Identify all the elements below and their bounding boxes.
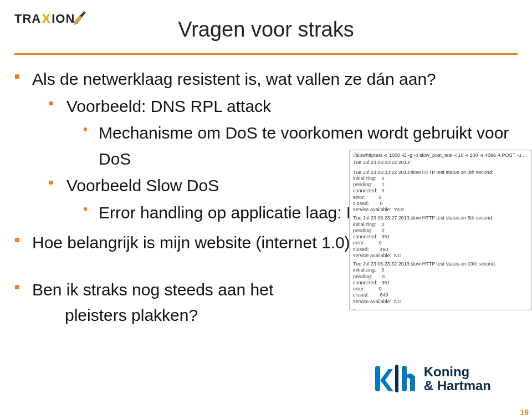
console-dash: - <box>353 306 528 310</box>
kh-logo: Koning & Hartman <box>374 364 491 394</box>
title-underline <box>14 53 518 55</box>
console-cmd: ./slowhttptest -c 1000 -B -g -o slow_pos… <box>353 152 528 159</box>
kh-text: Koning & Hartman <box>424 365 491 392</box>
row-svc-10: service available: NO <box>353 299 528 305</box>
console-ts-start: Tue Jul 23 06:23:22 2013: <box>353 160 528 166</box>
slide: TRA X ION Vragen voor straks Als de netw… <box>0 0 532 419</box>
kh-mark-icon <box>374 364 416 394</box>
row-conn-0: connected: 0 <box>353 188 528 194</box>
slide-title: Vragen voor straks <box>0 18 532 42</box>
row-conn-5: connected: 351 <box>353 234 528 240</box>
row-err-0: error: 0 <box>353 195 528 201</box>
row-svc-5: service available: NO <box>353 253 528 259</box>
row-conn-10: connected: 351 <box>353 280 528 286</box>
row-init-0: initializing: 0 <box>353 176 528 182</box>
bullet-1b1-text: Error handling op applicatie laag: HTTP <box>99 203 390 222</box>
kh-line1: Koning <box>424 365 491 379</box>
row-init-10: initializing: 0 <box>353 267 528 273</box>
svg-rect-3 <box>402 366 407 391</box>
console-output: ./slowhttptest -c 1000 -B -g -o slow_pos… <box>349 150 532 310</box>
page-number: 19 <box>520 408 529 417</box>
kh-line2: & Hartman <box>424 379 491 392</box>
console-hdr-5: Tue Jul 23 06:23:27 2013:slow HTTP test … <box>353 215 528 221</box>
row-closed-5: closed: 490 <box>353 247 528 253</box>
row-closed-0: closed: 0 <box>353 201 528 207</box>
bullet-3-cont: pleisters plakken? <box>65 306 198 324</box>
bullet-1b-text: Voorbeeld Slow DoS <box>66 176 219 195</box>
bullet-3-text: Ben ik straks nog steeds aan het <box>32 280 273 299</box>
console-hdr-10: Tue Jul 23 06:23:32 2013:slow HTTP test … <box>353 261 528 267</box>
svg-rect-1 <box>375 366 380 391</box>
row-pend-5: pending: 2 <box>353 228 528 234</box>
bullet-1a-text: Voorbeeld: DNS RPL attack <box>66 97 271 115</box>
row-pend-0: pending: 1 <box>353 182 528 188</box>
bullet-1-text: Als de netwerklaag resistent is, wat val… <box>32 70 436 88</box>
svg-rect-2 <box>395 365 398 392</box>
row-err-5: error: 0 <box>353 240 528 246</box>
row-svc-0: service available: YES <box>353 207 528 213</box>
console-hdr-0: Tue Jul 23 06:23:22 2013:slow HTTP test … <box>353 170 528 176</box>
row-init-5: initializing: 0 <box>353 222 528 228</box>
row-closed-10: closed: 649 <box>353 292 528 298</box>
row-err-10: error: 0 <box>353 286 528 292</box>
row-pend-10: pending: 0 <box>353 274 528 280</box>
bullet-2-text: Hoe belangrijk is mijn website (internet… <box>32 233 363 252</box>
